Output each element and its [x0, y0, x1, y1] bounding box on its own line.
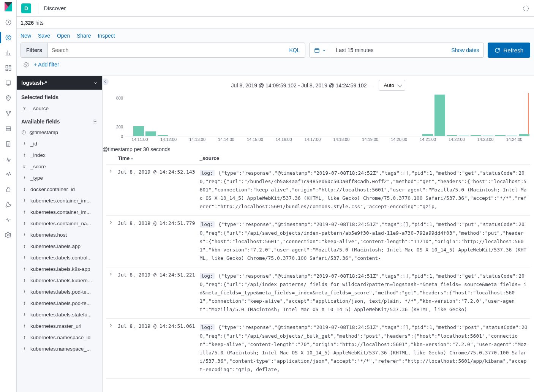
- interval-select[interactable]: Auto: [379, 80, 405, 91]
- histogram[interactable]: Count 0200800 14:11:0014:12:0014:13:0014…: [103, 93, 534, 146]
- nav-devtools-icon[interactable]: [3, 200, 13, 210]
- cell-source: log: {"type":"response","@timestamp":"20…: [197, 319, 531, 379]
- nav-management-icon[interactable]: [3, 230, 13, 240]
- histogram-bar[interactable]: [483, 136, 493, 136]
- add-filter-link[interactable]: + Add filter: [34, 62, 59, 68]
- index-pattern-selector[interactable]: logstash-*: [17, 76, 102, 90]
- nav-canvas-icon[interactable]: [3, 78, 13, 88]
- field-item[interactable]: tkubernetes.container_im...: [17, 206, 102, 218]
- histogram-bar[interactable]: [495, 135, 506, 136]
- histogram-bar[interactable]: [519, 134, 530, 136]
- query-bar: Filters KQL: [21, 43, 305, 58]
- toolbar-link-save[interactable]: Save: [38, 33, 50, 39]
- field-item[interactable]: tkubernetes.master_url: [17, 320, 102, 332]
- histogram-bar[interactable]: [459, 136, 469, 136]
- svg-point-4: [6, 35, 11, 40]
- nav-infra-icon[interactable]: [3, 124, 13, 134]
- field-filter-icon[interactable]: [92, 119, 98, 124]
- histogram-bar[interactable]: [507, 136, 518, 136]
- kibana-logo[interactable]: [3, 2, 14, 12]
- toolbar-link-new[interactable]: New: [21, 33, 31, 39]
- col-time[interactable]: Time▾: [115, 152, 197, 164]
- field-item[interactable]: tkubernetes.labels.app: [17, 240, 102, 252]
- nav-monitoring-icon[interactable]: [3, 215, 13, 225]
- expand-row-icon[interactable]: [106, 216, 115, 267]
- field-item[interactable]: t_id: [17, 138, 102, 149]
- field-item[interactable]: tkubernetes.host: [17, 229, 102, 240]
- nav-discover-icon[interactable]: [3, 33, 13, 43]
- field-item[interactable]: t_index: [17, 149, 102, 161]
- field-item[interactable]: tkubernetes.labels.statefu...: [17, 309, 102, 320]
- table-row: Jul 8, 2019 @ 14:24:51.779log: {"type":"…: [106, 216, 530, 267]
- nav-apm-icon[interactable]: [3, 154, 13, 164]
- app-icon: D: [21, 3, 31, 13]
- chart-xlabel: @timestamp per 30 seconds: [103, 146, 534, 152]
- collapse-sidebar-icon[interactable]: [102, 78, 109, 85]
- field-item[interactable]: tkubernetes.labels.kubern...: [17, 275, 102, 286]
- table-row: Jul 8, 2019 @ 14:24:51.221log: {"type":"…: [106, 267, 530, 318]
- main: logstash-* Selected fields ?_source Avai…: [17, 76, 534, 392]
- field-item[interactable]: tkubernetes.container_na...: [17, 218, 102, 229]
- nav-maps-icon[interactable]: [3, 93, 13, 103]
- nav-dashboard-icon[interactable]: [3, 63, 13, 73]
- toolbar-link-inspect[interactable]: Inspect: [98, 33, 115, 39]
- field-item[interactable]: tkubernetes.namespace_id: [17, 332, 102, 343]
- col-source[interactable]: _source: [197, 152, 531, 164]
- histogram-bar[interactable]: [447, 135, 457, 136]
- field-item[interactable]: tkubernetes.labels.pod-te...: [17, 286, 102, 297]
- cell-time: Jul 8, 2019 @ 14:24:51.061: [115, 319, 197, 379]
- field-item[interactable]: tkubernetes.labels.control...: [17, 252, 102, 263]
- search-input[interactable]: [48, 43, 284, 57]
- field-item[interactable]: tkubernetes.labels.k8s-app: [17, 263, 102, 275]
- nav-uptime-icon[interactable]: [3, 169, 13, 179]
- field-item[interactable]: tkubernetes.namespace_...: [17, 343, 102, 354]
- results-table: Time▾ _source Jul 8, 2019 @ 14:24:52.143…: [103, 152, 534, 392]
- date-range-text: Last 15 minutes: [331, 47, 447, 53]
- expand-row-icon[interactable]: [106, 319, 115, 379]
- histogram-bar[interactable]: [133, 126, 144, 136]
- field-item[interactable]: t_type: [17, 172, 102, 183]
- date-picker-toggle[interactable]: [310, 43, 331, 57]
- date-picker[interactable]: Last 15 minutes Show dates: [309, 43, 484, 58]
- field-item[interactable]: #_score: [17, 161, 102, 172]
- hit-count-bar: 1,326 hits: [17, 17, 534, 29]
- expand-row-icon[interactable]: [106, 164, 115, 216]
- svg-rect-14: [6, 127, 11, 129]
- histogram-bar[interactable]: [158, 135, 168, 136]
- field-item[interactable]: @timestamp: [17, 127, 102, 138]
- calendar-icon: [314, 47, 320, 53]
- field-item[interactable]: ?_source: [17, 103, 102, 114]
- svg-rect-6: [9, 65, 11, 67]
- nav-graph-icon[interactable]: [3, 109, 13, 119]
- selected-fields-list: ?_source: [17, 103, 102, 114]
- chevron-down-icon: [93, 81, 98, 85]
- header-menu-icon[interactable]: [523, 5, 529, 12]
- toolbar-links: NewSaveOpenShareInspect: [17, 29, 534, 41]
- histogram-bar[interactable]: [434, 95, 445, 136]
- available-fields-list: @timestampt_idt_index#_scoret_typetdocke…: [17, 127, 102, 354]
- nav-recent-icon[interactable]: [3, 17, 13, 27]
- field-item[interactable]: tkubernetes.labels.pod-te...: [17, 297, 102, 309]
- time-range-text: Jul 8, 2019 @ 14:09:59.102 - Jul 8, 2019…: [231, 82, 374, 89]
- toolbar-link-share[interactable]: Share: [77, 33, 91, 39]
- nav-visualize-icon[interactable]: [3, 48, 13, 58]
- svg-rect-8: [6, 69, 8, 71]
- histogram-bar[interactable]: [422, 134, 433, 136]
- show-dates-link[interactable]: Show dates: [447, 47, 483, 53]
- toolbar-link-open[interactable]: Open: [57, 33, 70, 39]
- nav-logs-icon[interactable]: [3, 139, 13, 149]
- filters-button[interactable]: Filters: [21, 43, 48, 57]
- kql-toggle[interactable]: KQL: [284, 47, 305, 53]
- cell-source: log: {"type":"response","@timestamp":"20…: [197, 216, 531, 267]
- filter-settings-icon[interactable]: [24, 62, 29, 68]
- nav-siem-icon[interactable]: [3, 185, 13, 194]
- expand-row-icon[interactable]: [106, 267, 115, 318]
- field-item[interactable]: tkubernetes.container_im...: [17, 195, 102, 206]
- hit-label: hits: [35, 20, 44, 26]
- histogram-bar[interactable]: [471, 135, 481, 136]
- refresh-button[interactable]: Refresh: [488, 43, 530, 58]
- histogram-bar[interactable]: [145, 131, 156, 136]
- field-sidebar: logstash-* Selected fields ?_source Avai…: [17, 76, 103, 392]
- svg-rect-19: [315, 49, 319, 52]
- field-item[interactable]: tdocker.container_id: [17, 183, 102, 195]
